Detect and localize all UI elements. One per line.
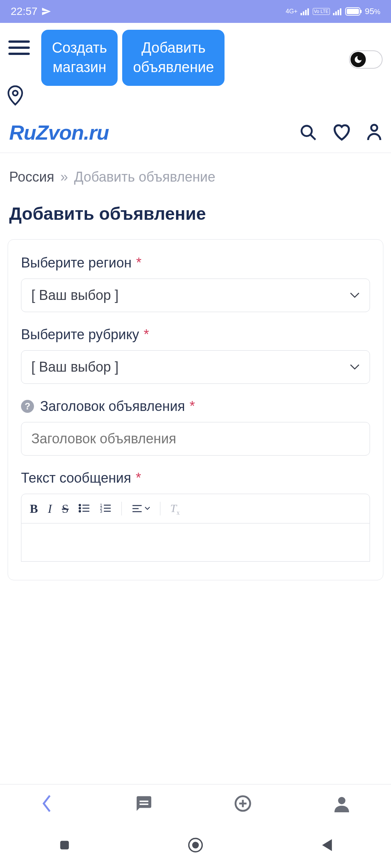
toolbar-separator: [121, 502, 122, 515]
network-label: 4G+: [286, 8, 297, 15]
strike-button[interactable]: S: [62, 502, 69, 516]
nav-profile-icon[interactable]: [333, 795, 351, 812]
page-title: Добавить объявление: [0, 193, 391, 239]
region-label: Выберите регион *: [21, 255, 370, 271]
editor-toolbar: B I S 123 Tx: [21, 494, 370, 523]
system-nav: [0, 822, 391, 868]
nav-add-icon[interactable]: [234, 795, 252, 812]
svg-point-14: [371, 125, 377, 131]
create-store-button[interactable]: Создать магазин: [41, 30, 118, 86]
region-select[interactable]: [ Ваш выбор ]: [21, 279, 370, 312]
svg-rect-9: [347, 9, 359, 14]
sys-home-button[interactable]: [187, 837, 204, 853]
search-icon[interactable]: [299, 124, 317, 141]
text-label: Текст сообщения *: [21, 470, 370, 486]
heart-icon[interactable]: [332, 124, 351, 141]
svg-rect-1: [303, 11, 304, 15]
status-bar: 22:57 4G+ Vo LTE 95%: [0, 0, 391, 23]
clear-format-button[interactable]: Tx: [170, 501, 180, 516]
site-logo[interactable]: RuZvon.ru: [9, 121, 109, 144]
svg-rect-7: [340, 8, 341, 15]
form-card: Выберите регион * [ Ваш выбор ] Выберите…: [8, 239, 383, 580]
rubric-select[interactable]: [ Ваш выбор ]: [21, 350, 370, 384]
sys-back-button[interactable]: [320, 838, 333, 852]
svg-point-15: [79, 504, 81, 506]
title-input[interactable]: [21, 422, 370, 456]
svg-point-38: [193, 842, 198, 848]
signal-icon-2: [333, 8, 342, 15]
bullet-list-button[interactable]: [79, 502, 90, 516]
user-icon[interactable]: [367, 123, 382, 142]
battery-percent: 95%: [365, 6, 381, 16]
help-icon[interactable]: ?: [21, 400, 34, 413]
moon-icon: [354, 55, 363, 64]
svg-point-11: [13, 91, 18, 96]
align-button[interactable]: [132, 504, 150, 513]
svg-rect-5: [335, 11, 337, 15]
svg-point-35: [338, 797, 345, 804]
svg-rect-6: [338, 10, 339, 15]
breadcrumb: Россия » Добавить объявление: [0, 153, 391, 193]
nav-back-button[interactable]: [41, 794, 54, 813]
svg-rect-2: [305, 10, 307, 15]
svg-rect-10: [360, 10, 362, 13]
bottom-app-nav: [0, 784, 391, 822]
toolbar-separator: [160, 502, 160, 515]
location-pin-icon[interactable]: [6, 85, 37, 108]
svg-point-19: [79, 510, 81, 512]
breadcrumb-sep: »: [60, 169, 68, 185]
theme-toggle[interactable]: [349, 50, 383, 69]
svg-point-12: [302, 126, 312, 136]
numbered-list-button[interactable]: 123: [100, 502, 111, 516]
svg-rect-31: [139, 804, 148, 805]
chevron-down-icon: [350, 364, 360, 370]
bold-button[interactable]: B: [30, 502, 38, 516]
add-ad-button[interactable]: Добавить объявление: [122, 30, 225, 86]
chevron-down-icon: [350, 292, 360, 298]
svg-point-17: [79, 507, 81, 509]
telegram-icon: [41, 6, 51, 16]
sys-recent-button[interactable]: [58, 839, 71, 852]
svg-rect-30: [139, 800, 148, 802]
hamburger-menu[interactable]: [8, 40, 30, 55]
svg-rect-3: [307, 8, 309, 15]
svg-line-13: [310, 135, 315, 140]
signal-icon-1: [301, 8, 310, 15]
status-time: 22:57: [11, 5, 37, 18]
rubric-label: Выберите рубрику *: [21, 327, 370, 343]
nav-chat-icon[interactable]: [135, 795, 153, 812]
breadcrumb-current: Добавить объявление: [74, 169, 215, 185]
svg-rect-4: [333, 13, 334, 15]
battery-icon: [345, 7, 362, 16]
breadcrumb-root[interactable]: Россия: [9, 169, 54, 185]
title-label: ? Заголовок объявления *: [21, 398, 370, 414]
text-editor-body[interactable]: [21, 523, 370, 562]
svg-rect-36: [60, 841, 69, 850]
italic-button[interactable]: I: [48, 502, 52, 516]
chevron-down-icon: [145, 507, 150, 510]
svg-text:3: 3: [100, 509, 102, 513]
volte-badge: Vo LTE: [313, 8, 330, 15]
svg-rect-0: [301, 13, 302, 15]
